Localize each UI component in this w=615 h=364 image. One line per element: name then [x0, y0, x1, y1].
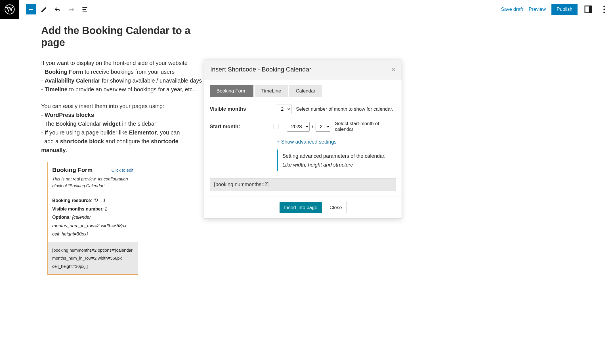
start-month-checkbox[interactable] — [274, 124, 278, 129]
svg-point-0 — [5, 5, 14, 14]
undo-icon[interactable] — [52, 4, 63, 15]
modal-title: Insert Shortcode - Booking Calendar — [210, 66, 311, 73]
svg-point-3 — [603, 6, 605, 7]
insert-shortcode-modal: Insert Shortcode - Booking Calendar × Bo… — [204, 60, 402, 219]
block-subtitle: This is not real preview. Its configurat… — [52, 176, 133, 189]
tab-calendar[interactable]: Calendar — [289, 85, 322, 97]
preview-button[interactable]: Preview — [529, 7, 546, 12]
redo-icon[interactable] — [66, 4, 77, 15]
block-shortcode: [booking nummonths=2 options='{calendar … — [48, 242, 138, 275]
advanced-note: Setting advanced parameters of the calen… — [277, 150, 396, 171]
svg-point-5 — [603, 12, 605, 13]
close-button[interactable]: Close — [325, 202, 347, 213]
edit-tool-icon[interactable] — [38, 4, 50, 15]
start-month-label: Start month: — [210, 124, 274, 130]
page-body[interactable]: If you want to display on the front-end … — [41, 59, 204, 155]
settings-panel-icon[interactable] — [583, 4, 593, 14]
page-title[interactable]: Add the Booking Calendar to a page — [41, 25, 204, 49]
tab-booking-form[interactable]: Booking Form — [210, 85, 253, 97]
block-title: Booking Form — [52, 167, 93, 173]
booking-block-card[interactable]: Booking Form Click to edit This is not r… — [47, 162, 138, 275]
add-block-button[interactable] — [26, 4, 36, 14]
tab-timeline[interactable]: TimeLine — [255, 85, 288, 97]
visible-months-label: Visible months — [210, 106, 277, 112]
shortcode-preview: [booking nummonths=2] — [210, 178, 396, 191]
start-month-select[interactable]: 2 — [316, 122, 330, 132]
svg-point-4 — [603, 9, 605, 10]
close-icon[interactable]: × — [391, 66, 395, 73]
more-options-icon[interactable] — [599, 4, 609, 14]
block-edit-link[interactable]: Click to edit — [111, 168, 133, 172]
wordpress-logo[interactable] — [0, 0, 19, 19]
visible-months-select[interactable]: 2 — [277, 104, 291, 114]
document-outline-icon[interactable] — [79, 4, 91, 15]
save-draft-button[interactable]: Save draft — [501, 7, 523, 12]
svg-rect-2 — [589, 6, 592, 13]
visible-months-help: Select number of month to show for calen… — [296, 106, 393, 112]
publish-button[interactable]: Publish — [551, 4, 578, 15]
insert-button[interactable]: Insert into page — [280, 202, 322, 213]
start-year-select[interactable]: 2023 — [287, 122, 310, 132]
start-month-help: Select start month of calendar — [335, 121, 396, 132]
show-advanced-link[interactable]: + Show advanced settings — [277, 139, 337, 145]
